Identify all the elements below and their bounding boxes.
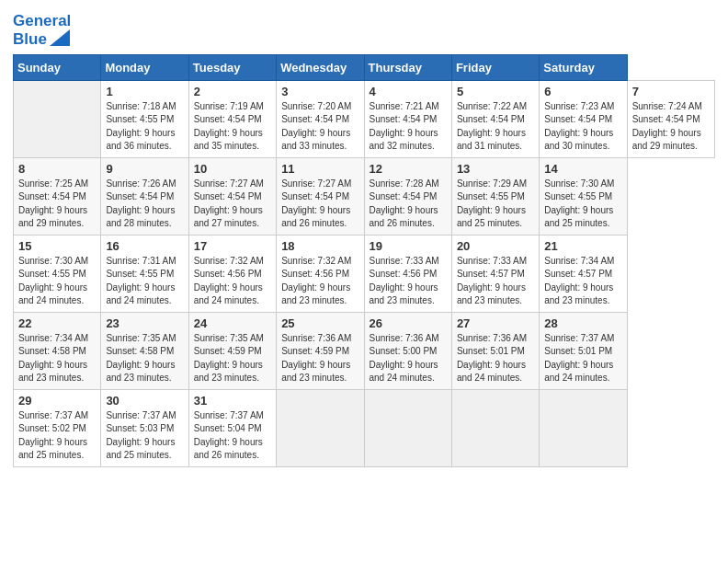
day-info: Sunrise: 7:27 AMSunset: 4:54 PMDaylight:… (194, 178, 272, 231)
day-info: Sunrise: 7:37 AMSunset: 5:04 PMDaylight:… (194, 409, 272, 463)
day-number: 26 (370, 316, 448, 330)
calendar-cell: 11Sunrise: 7:27 AMSunset: 4:54 PMDayligh… (277, 157, 364, 235)
day-number: 13 (457, 162, 535, 176)
day-info: Sunrise: 7:37 AMSunset: 5:02 PMDaylight:… (18, 409, 97, 463)
day-number: 5 (457, 85, 535, 98)
col-header-friday: Friday (451, 54, 539, 80)
day-info: Sunrise: 7:20 AMSunset: 4:54 PMDaylight:… (281, 100, 359, 154)
calendar-table: SundayMondayTuesdayWednesdayThursdayFrid… (13, 54, 715, 467)
calendar-cell: 12Sunrise: 7:28 AMSunset: 4:54 PMDayligh… (364, 157, 451, 235)
calendar-cell: 20Sunrise: 7:33 AMSunset: 4:57 PMDayligh… (451, 235, 539, 312)
calendar-cell: 31Sunrise: 7:37 AMSunset: 5:04 PMDayligh… (188, 389, 276, 466)
day-number: 31 (194, 394, 272, 408)
week-row-1: 8Sunrise: 7:25 AMSunset: 4:54 PMDaylight… (14, 157, 715, 235)
calendar-cell (451, 389, 539, 466)
day-info: Sunrise: 7:30 AMSunset: 4:55 PMDaylight:… (544, 178, 622, 231)
calendar-cell: 1Sunrise: 7:18 AMSunset: 4:55 PMDaylight… (101, 80, 188, 157)
day-number: 18 (281, 239, 359, 253)
day-number: 17 (194, 239, 272, 253)
empty-cell (14, 80, 101, 157)
col-header-sunday: Sunday (14, 54, 101, 80)
day-number: 10 (194, 162, 272, 176)
calendar-cell: 26Sunrise: 7:36 AMSunset: 5:00 PMDayligh… (364, 312, 451, 389)
day-number: 22 (18, 316, 97, 330)
calendar-cell: 7Sunrise: 7:24 AMSunset: 4:54 PMDaylight… (627, 80, 714, 157)
logo: General Blue (13, 13, 71, 49)
day-info: Sunrise: 7:37 AMSunset: 5:03 PMDaylight:… (106, 409, 184, 463)
day-number: 8 (18, 162, 97, 176)
day-number: 25 (281, 316, 359, 330)
day-info: Sunrise: 7:22 AMSunset: 4:54 PMDaylight:… (457, 100, 535, 154)
day-info: Sunrise: 7:35 AMSunset: 4:58 PMDaylight:… (106, 332, 184, 385)
day-info: Sunrise: 7:30 AMSunset: 4:55 PMDaylight:… (18, 255, 97, 308)
day-number: 9 (106, 162, 184, 176)
day-number: 3 (281, 85, 359, 98)
calendar-cell (540, 389, 627, 466)
day-info: Sunrise: 7:33 AMSunset: 4:56 PMDaylight:… (370, 255, 448, 308)
calendar-cell: 5Sunrise: 7:22 AMSunset: 4:54 PMDaylight… (451, 80, 539, 157)
day-number: 28 (544, 316, 622, 330)
header: General Blue (13, 9, 715, 49)
col-header-thursday: Thursday (364, 54, 451, 80)
day-number: 12 (370, 162, 448, 176)
day-number: 19 (370, 239, 448, 253)
calendar-cell: 30Sunrise: 7:37 AMSunset: 5:03 PMDayligh… (101, 389, 188, 466)
calendar-body: 1Sunrise: 7:18 AMSunset: 4:55 PMDaylight… (14, 80, 715, 466)
day-info: Sunrise: 7:23 AMSunset: 4:54 PMDaylight:… (544, 100, 622, 154)
calendar-cell: 19Sunrise: 7:33 AMSunset: 4:56 PMDayligh… (364, 235, 451, 312)
day-number: 2 (194, 85, 272, 98)
col-header-monday: Monday (101, 54, 188, 80)
calendar-header-row: SundayMondayTuesdayWednesdayThursdayFrid… (14, 54, 715, 80)
day-number: 23 (106, 316, 184, 330)
day-info: Sunrise: 7:26 AMSunset: 4:54 PMDaylight:… (106, 178, 184, 231)
calendar-cell: 25Sunrise: 7:36 AMSunset: 4:59 PMDayligh… (277, 312, 364, 389)
day-number: 21 (544, 239, 622, 253)
day-info: Sunrise: 7:19 AMSunset: 4:54 PMDaylight:… (194, 100, 272, 154)
col-header-tuesday: Tuesday (188, 54, 276, 80)
day-info: Sunrise: 7:18 AMSunset: 4:55 PMDaylight:… (106, 100, 184, 154)
calendar-cell: 8Sunrise: 7:25 AMSunset: 4:54 PMDaylight… (14, 157, 101, 235)
day-info: Sunrise: 7:34 AMSunset: 4:58 PMDaylight:… (18, 332, 97, 385)
day-info: Sunrise: 7:31 AMSunset: 4:55 PMDaylight:… (106, 255, 184, 308)
calendar-cell: 28Sunrise: 7:37 AMSunset: 5:01 PMDayligh… (540, 312, 627, 389)
day-info: Sunrise: 7:36 AMSunset: 5:01 PMDaylight:… (457, 332, 535, 385)
day-info: Sunrise: 7:29 AMSunset: 4:55 PMDaylight:… (457, 178, 535, 231)
calendar-cell: 27Sunrise: 7:36 AMSunset: 5:01 PMDayligh… (451, 312, 539, 389)
week-row-2: 15Sunrise: 7:30 AMSunset: 4:55 PMDayligh… (14, 235, 715, 312)
day-number: 6 (544, 85, 622, 98)
day-info: Sunrise: 7:37 AMSunset: 5:01 PMDaylight:… (544, 332, 622, 385)
day-number: 16 (106, 239, 184, 253)
calendar-cell: 18Sunrise: 7:32 AMSunset: 4:56 PMDayligh… (277, 235, 364, 312)
logo-blue: Blue (13, 30, 47, 49)
day-info: Sunrise: 7:27 AMSunset: 4:54 PMDaylight:… (281, 178, 359, 231)
calendar-cell: 29Sunrise: 7:37 AMSunset: 5:02 PMDayligh… (14, 389, 101, 466)
day-number: 11 (281, 162, 359, 176)
week-row-4: 29Sunrise: 7:37 AMSunset: 5:02 PMDayligh… (14, 389, 715, 466)
calendar-cell: 15Sunrise: 7:30 AMSunset: 4:55 PMDayligh… (14, 235, 101, 312)
day-info: Sunrise: 7:24 AMSunset: 4:54 PMDaylight:… (632, 100, 711, 154)
day-info: Sunrise: 7:36 AMSunset: 4:59 PMDaylight:… (281, 332, 359, 385)
day-info: Sunrise: 7:35 AMSunset: 4:59 PMDaylight:… (194, 332, 272, 385)
day-info: Sunrise: 7:36 AMSunset: 5:00 PMDaylight:… (370, 332, 448, 385)
day-number: 30 (106, 394, 184, 408)
logo-general: General (13, 12, 71, 29)
calendar-cell: 14Sunrise: 7:30 AMSunset: 4:55 PMDayligh… (540, 157, 627, 235)
logo-arrow-icon (50, 29, 70, 46)
day-number: 7 (632, 85, 711, 98)
day-info: Sunrise: 7:25 AMSunset: 4:54 PMDaylight:… (18, 178, 97, 231)
calendar-cell: 6Sunrise: 7:23 AMSunset: 4:54 PMDaylight… (540, 80, 627, 157)
calendar-cell: 16Sunrise: 7:31 AMSunset: 4:55 PMDayligh… (101, 235, 188, 312)
calendar-cell: 22Sunrise: 7:34 AMSunset: 4:58 PMDayligh… (14, 312, 101, 389)
calendar-cell: 23Sunrise: 7:35 AMSunset: 4:58 PMDayligh… (101, 312, 188, 389)
day-number: 24 (194, 316, 272, 330)
day-info: Sunrise: 7:34 AMSunset: 4:57 PMDaylight:… (544, 255, 622, 308)
calendar-cell (277, 389, 364, 466)
svg-marker-0 (50, 29, 70, 46)
day-number: 20 (457, 239, 535, 253)
col-header-wednesday: Wednesday (277, 54, 364, 80)
day-info: Sunrise: 7:28 AMSunset: 4:54 PMDaylight:… (370, 178, 448, 231)
calendar-cell: 10Sunrise: 7:27 AMSunset: 4:54 PMDayligh… (188, 157, 276, 235)
calendar-cell: 4Sunrise: 7:21 AMSunset: 4:54 PMDaylight… (364, 80, 451, 157)
day-info: Sunrise: 7:21 AMSunset: 4:54 PMDaylight:… (370, 100, 448, 154)
day-number: 4 (370, 85, 448, 98)
